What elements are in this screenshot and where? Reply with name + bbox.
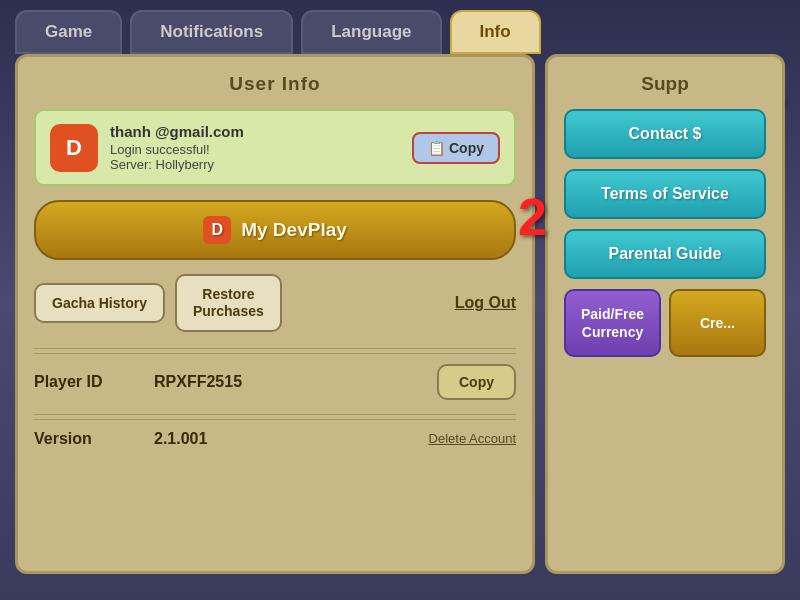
version-label: Version xyxy=(34,430,154,448)
avatar: D xyxy=(50,124,98,172)
contact-button[interactable]: Contact $ xyxy=(564,109,766,159)
main-content: User Info D thanh @gmail.com Login succe… xyxy=(0,54,800,589)
user-info-title: User Info xyxy=(34,73,516,95)
logout-button[interactable]: Log Out xyxy=(455,294,516,312)
player-id-value: RPXFF2515 xyxy=(154,373,437,391)
version-value: 2.1.001 xyxy=(154,430,429,448)
support-title: Supp xyxy=(564,73,766,95)
paid-free-currency-button[interactable]: Paid/FreeCurrency xyxy=(564,289,661,357)
tab-info[interactable]: Info xyxy=(450,10,541,54)
player-id-row: Player ID RPXFF2515 Copy xyxy=(34,353,516,410)
player-id-label: Player ID xyxy=(34,373,154,391)
user-details: thanh @gmail.com Login successful! Serve… xyxy=(110,123,400,172)
user-status: Login successful! xyxy=(110,142,400,157)
version-row: Version 2.1.001 Delete Account xyxy=(34,419,516,458)
user-email: thanh @gmail.com xyxy=(110,123,400,140)
delete-account-button[interactable]: Delete Account xyxy=(429,431,516,446)
gacha-history-button[interactable]: Gacha History xyxy=(34,283,165,323)
devplay-label: My DevPlay xyxy=(241,219,347,241)
devplay-icon: D xyxy=(203,216,231,244)
terms-button[interactable]: Terms of Service xyxy=(564,169,766,219)
tab-notifications[interactable]: Notifications xyxy=(130,10,293,54)
parental-guide-button[interactable]: Parental Guide xyxy=(564,229,766,279)
copy-icon: 📋 xyxy=(428,140,445,156)
user-info-panel: User Info D thanh @gmail.com Login succe… xyxy=(15,54,535,574)
support-panel: Supp Contact $ Terms of Service Parental… xyxy=(545,54,785,574)
separator-1 xyxy=(34,348,516,349)
user-card: D thanh @gmail.com Login successful! Ser… xyxy=(34,109,516,186)
action-buttons-row: Gacha History RestorePurchases Log Out xyxy=(34,274,516,332)
restore-purchases-button[interactable]: RestorePurchases xyxy=(175,274,282,332)
bottom-support-row: Paid/FreeCurrency Cre... xyxy=(564,289,766,357)
annotation-2: 2 xyxy=(518,187,547,247)
user-server: Server: Hollyberry xyxy=(110,157,400,172)
devplay-button[interactable]: D My DevPlay xyxy=(34,200,516,260)
tabs-bar: Game Notifications Language Info 1 xyxy=(0,0,800,54)
credits-button[interactable]: Cre... xyxy=(669,289,766,357)
tab-game[interactable]: Game xyxy=(15,10,122,54)
copy-email-button[interactable]: 📋 Copy xyxy=(412,132,500,164)
tab-language[interactable]: Language xyxy=(301,10,441,54)
copy-id-button[interactable]: Copy xyxy=(437,364,516,400)
separator-2 xyxy=(34,414,516,415)
